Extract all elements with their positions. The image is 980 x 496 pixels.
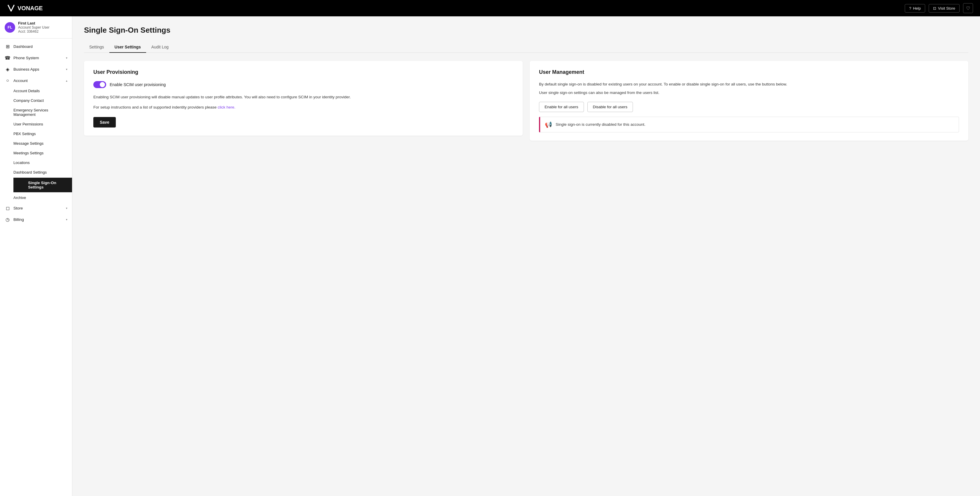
- page-title: Single Sign-On Settings: [84, 26, 968, 35]
- sidebar-item-user-permissions[interactable]: User Permissions: [13, 119, 72, 129]
- toggle-slider: [93, 81, 106, 88]
- content-grid: User Provisioning Enable SCIM user provi…: [84, 61, 968, 140]
- chevron-down-icon: ▾: [66, 68, 67, 71]
- chevron-up-icon: ▴: [66, 79, 67, 82]
- app-layout: FL First Last Account Super User Acct: 3…: [0, 0, 980, 496]
- nav-section: ⊞ Dashboard ☎ Phone System ▾ ◈ Business …: [0, 38, 72, 228]
- sidebar-item-pbx-settings[interactable]: PBX Settings: [13, 129, 72, 139]
- sidebar: FL First Last Account Super User Acct: 3…: [0, 16, 72, 496]
- user-mgmt-buttons: Enable for all users Disable for all use…: [539, 102, 959, 112]
- user-management-title: User Management: [539, 69, 959, 75]
- tab-user-settings[interactable]: User Settings: [110, 42, 146, 53]
- store-icon: ⊡: [933, 6, 936, 11]
- top-navigation: VONAGE ? Help ⊡ Visit Store ♡: [0, 0, 980, 16]
- favorites-button[interactable]: ♡: [963, 3, 973, 13]
- user-role: Account Super User: [18, 26, 49, 29]
- visit-store-button[interactable]: ⊡ Visit Store: [929, 4, 959, 13]
- chevron-down-icon: ▾: [66, 56, 67, 59]
- sidebar-item-meetings-settings[interactable]: Meetings Settings: [13, 148, 72, 158]
- chevron-down-icon: ▾: [66, 218, 67, 221]
- main-content: Single Sign-On Settings Settings User Se…: [72, 16, 980, 496]
- sidebar-item-emergency-services[interactable]: Emergency Services Management: [13, 105, 72, 119]
- sidebar-item-label: Phone System: [13, 56, 63, 60]
- save-button[interactable]: Save: [93, 117, 116, 128]
- sidebar-item-message-settings[interactable]: Message Settings: [13, 139, 72, 148]
- user-profile: FL First Last Account Super User Acct: 3…: [0, 16, 72, 38]
- sidebar-item-label: Store: [13, 206, 63, 211]
- store-icon: ◻: [5, 206, 11, 211]
- user-info: First Last Account Super User Acct: 3364…: [18, 21, 49, 33]
- avatar: FL: [5, 22, 15, 33]
- sidebar-item-dashboard[interactable]: ⊞ Dashboard: [0, 41, 72, 52]
- account-submenu: Account Details Company Contact Emergenc…: [0, 86, 72, 203]
- sidebar-item-label: Business Apps: [13, 67, 63, 72]
- enable-all-users-button[interactable]: Enable for all users: [539, 102, 584, 112]
- dashboard-icon: ⊞: [5, 44, 11, 49]
- help-button[interactable]: ? Help: [905, 4, 925, 13]
- tab-settings[interactable]: Settings: [84, 42, 110, 53]
- sidebar-item-billing[interactable]: ◷ Billing ▾: [0, 214, 72, 225]
- sidebar-item-account-details[interactable]: Account Details: [13, 86, 72, 96]
- phone-icon: ☎: [5, 55, 11, 61]
- nav-right: ? Help ⊡ Visit Store ♡: [905, 3, 973, 13]
- user-provisioning-card: User Provisioning Enable SCIM user provi…: [84, 61, 523, 136]
- sidebar-item-label: Billing: [13, 217, 63, 222]
- sidebar-item-label: Dashboard: [13, 45, 67, 49]
- tabs-bar: Settings User Settings Audit Log: [84, 42, 968, 53]
- status-notice-text: Single sign-on is currently disabled for…: [555, 122, 646, 128]
- sidebar-item-phone-system[interactable]: ☎ Phone System ▾: [0, 52, 72, 64]
- account-icon: ○: [5, 78, 11, 83]
- user-mgmt-desc1: By default single sign-on is disabled fo…: [539, 81, 959, 88]
- tab-audit-log[interactable]: Audit Log: [146, 42, 174, 53]
- click-here-link[interactable]: click here.: [218, 105, 235, 109]
- sidebar-item-archive[interactable]: Archive: [13, 193, 72, 203]
- user-mgmt-desc2: User single sign-on settings can also be…: [539, 89, 959, 96]
- scim-toggle[interactable]: [93, 81, 106, 88]
- user-management-card: User Management By default single sign-o…: [530, 61, 968, 140]
- help-circle-icon: ?: [909, 6, 911, 11]
- provisioning-description: Enabling SCIM user provisioning will dis…: [93, 94, 513, 100]
- user-acct: Acct: 336462: [18, 29, 49, 33]
- sidebar-item-company-contact[interactable]: Company Contact: [13, 96, 72, 105]
- vonage-logo[interactable]: VONAGE: [7, 4, 43, 12]
- sidebar-item-single-sign-on[interactable]: Single Sign-On Settings: [13, 178, 72, 192]
- megaphone-icon: 📢: [545, 121, 552, 128]
- sidebar-item-locations[interactable]: Locations: [13, 158, 72, 167]
- billing-icon: ◷: [5, 217, 11, 222]
- user-name: First Last: [18, 21, 49, 26]
- sidebar-item-business-apps[interactable]: ◈ Business Apps ▾: [0, 64, 72, 75]
- nav-left: VONAGE: [7, 4, 43, 12]
- chevron-down-icon: ▾: [66, 207, 67, 210]
- scim-toggle-row: Enable SCIM user provisioning: [93, 81, 513, 88]
- apps-icon: ◈: [5, 67, 11, 72]
- sidebar-item-label: Account: [13, 78, 63, 83]
- toggle-label: Enable SCIM user provisioning: [110, 82, 165, 87]
- heart-icon: ♡: [966, 6, 970, 11]
- provisioning-setup-text: For setup instructions and a list of sup…: [93, 104, 513, 110]
- sidebar-item-dashboard-settings[interactable]: Dashboard Settings: [13, 167, 72, 177]
- disable-all-users-button[interactable]: Disable for all users: [587, 102, 633, 112]
- sidebar-item-account[interactable]: ○ Account ▴: [0, 75, 72, 86]
- sso-status-notice: 📢 Single sign-on is currently disabled f…: [539, 117, 959, 132]
- user-provisioning-title: User Provisioning: [93, 69, 513, 75]
- sidebar-item-store[interactable]: ◻ Store ▾: [0, 203, 72, 214]
